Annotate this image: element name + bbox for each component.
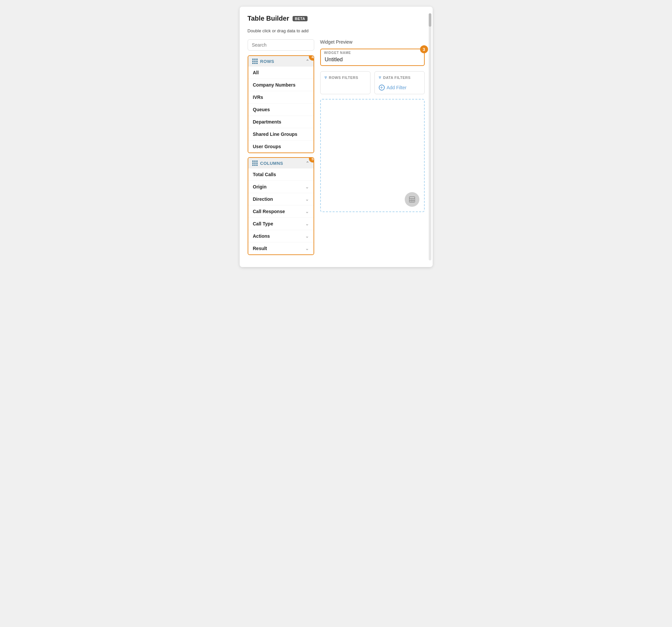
table-icon (408, 196, 416, 203)
col-item-origin[interactable]: Origin ⌄ (248, 181, 314, 193)
rows-item-queues[interactable]: Queues (248, 103, 314, 116)
rows-item-ivrs[interactable]: IVRs (248, 91, 314, 103)
rows-section-header[interactable]: ROWS ⌃ (248, 56, 314, 67)
rows-label: ROWS (260, 59, 274, 64)
widget-name-step-badge: 3 (420, 45, 428, 53)
data-filter-box: ▿ DATA FILTERS + Add Filter (375, 71, 425, 94)
subtitle: Double click or drag data to add (248, 28, 425, 33)
columns-section-header[interactable]: COLUMNS ⌃ (248, 158, 314, 168)
direction-chevron-icon: ⌄ (305, 197, 309, 202)
col-item-direction[interactable]: Direction ⌄ (248, 193, 314, 205)
preview-area (320, 99, 425, 212)
widget-preview-label: Widget Preview (320, 39, 425, 45)
rows-item-shared-line-groups[interactable]: Shared Line Groups (248, 128, 314, 141)
rows-filter-label: ROWS FILTERS (329, 76, 358, 79)
columns-grid-icon (252, 161, 258, 166)
svg-rect-0 (409, 197, 415, 203)
search-box (248, 39, 314, 51)
filters-row: ▿ ROWS FILTERS ▿ DATA FILTERS + Add Filt… (320, 71, 425, 94)
beta-badge: BETA (293, 16, 308, 21)
rows-section: 4 ROWS ⌃ All Company Numbers (248, 55, 314, 153)
rows-header-left: ROWS (252, 59, 274, 64)
scrollbar-thumb[interactable] (429, 13, 431, 27)
columns-items-list: Total Calls Origin ⌄ Direction ⌄ Call Re… (248, 168, 314, 254)
rows-filter-header: ▿ ROWS FILTERS (325, 75, 366, 80)
rows-collapse-icon: ⌃ (306, 59, 310, 64)
data-filter-header: ▿ DATA FILTERS (379, 75, 421, 80)
col-item-call-type[interactable]: Call Type ⌄ (248, 218, 314, 230)
rows-filter-box: ▿ ROWS FILTERS (320, 71, 370, 94)
left-panel: 4 ROWS ⌃ All Company Numbers (248, 39, 314, 259)
widget-name-wrap: 3 WIDGET NAME (320, 49, 425, 66)
col-item-total-calls[interactable]: Total Calls (248, 168, 314, 181)
rows-item-departments[interactable]: Departments (248, 116, 314, 128)
rows-item-user-groups[interactable]: User Groups (248, 141, 314, 153)
page-title-row: Table Builder BETA (248, 15, 425, 22)
add-filter-label: Add Filter (387, 85, 407, 90)
scrollbar-track[interactable] (429, 13, 431, 260)
data-filter-label: DATA FILTERS (383, 76, 411, 79)
columns-collapse-icon: ⌃ (306, 161, 310, 166)
add-filter-button[interactable]: + Add Filter (379, 85, 421, 91)
two-col-layout: 4 ROWS ⌃ All Company Numbers (248, 39, 425, 259)
table-view-button[interactable] (405, 192, 419, 207)
add-filter-plus-icon: + (379, 85, 385, 91)
rows-item-all[interactable]: All (248, 67, 314, 79)
page-title: Table Builder (248, 15, 289, 22)
rows-item-company-numbers[interactable]: Company Numbers (248, 79, 314, 91)
col-item-call-response[interactable]: Call Response ⌄ (248, 205, 314, 218)
columns-header-left: COLUMNS (252, 161, 283, 166)
col-item-result[interactable]: Result ⌄ (248, 242, 314, 254)
rows-grid-icon (252, 59, 258, 64)
rows-filter-icon: ▿ (325, 75, 327, 80)
result-chevron-icon: ⌄ (305, 246, 309, 251)
columns-label: COLUMNS (260, 161, 283, 166)
right-panel: Widget Preview 3 WIDGET NAME ▿ ROWS FILT… (320, 39, 425, 212)
origin-chevron-icon: ⌄ (305, 184, 309, 189)
main-container: Table Builder BETA Double click or drag … (240, 7, 433, 267)
widget-name-field-label: WIDGET NAME (324, 51, 351, 54)
col-item-actions[interactable]: Actions ⌄ (248, 230, 314, 242)
call-response-chevron-icon: ⌄ (305, 209, 309, 214)
search-input[interactable] (248, 40, 314, 50)
columns-section: 5 COLUMNS ⌃ Total Calls (248, 157, 314, 255)
rows-items-list: All Company Numbers IVRs Queues Departme… (248, 67, 314, 153)
data-filter-icon: ▿ (379, 75, 381, 80)
call-type-chevron-icon: ⌄ (305, 222, 309, 227)
actions-chevron-icon: ⌄ (305, 234, 309, 239)
